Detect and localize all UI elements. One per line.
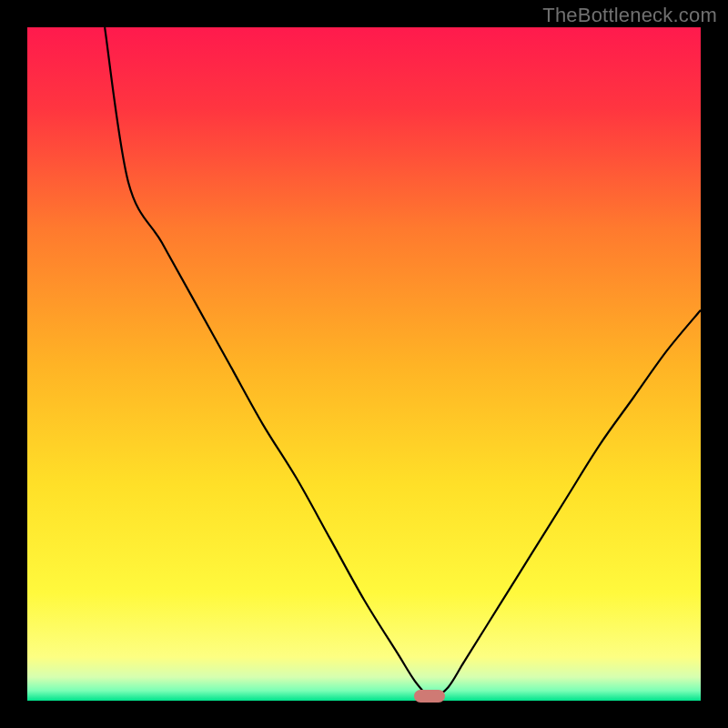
optimum-marker [414, 690, 445, 703]
chart-stage: TheBottleneck.com [0, 0, 728, 728]
chart-svg [0, 0, 728, 728]
watermark-text: TheBottleneck.com [542, 4, 717, 27]
